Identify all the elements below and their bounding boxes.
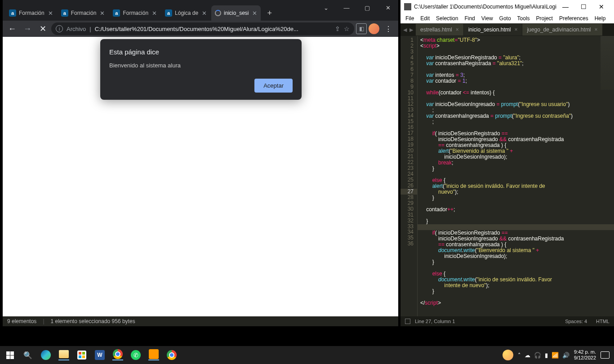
close-icon[interactable]: ✕	[592, 3, 610, 10]
headset-icon[interactable]: 🎧	[534, 352, 541, 359]
stop-button[interactable]: ✕	[36, 22, 49, 36]
sublime-tabbar: ◀ ▶ estrellas.html× inicio_sesion.html× …	[400, 23, 614, 36]
editor-tab[interactable]: estrellas.html×	[416, 24, 464, 36]
browser-tab[interactable]: aFormación✕	[5, 5, 57, 21]
explorer-status-bar: 9 elementos | 1 elemento seleccionado 95…	[3, 316, 398, 326]
tab-label: Lógica de	[175, 10, 198, 16]
maximize-icon[interactable]: ☐	[574, 3, 592, 10]
menu-view[interactable]: View	[478, 15, 496, 22]
minimize-icon[interactable]: —	[556, 3, 574, 10]
tab-label: Formación	[19, 10, 44, 16]
sidepanel-icon[interactable]: ◧	[356, 23, 367, 34]
minimap[interactable]	[601, 36, 614, 90]
kebab-menu-icon[interactable]: ⋮	[381, 25, 396, 33]
menu-goto[interactable]: Goto	[496, 15, 514, 22]
tab-close-icon[interactable]: ✕	[48, 10, 53, 17]
clock-time: 9:42 p. m.	[574, 349, 596, 355]
menu-project[interactable]: Project	[533, 15, 556, 22]
search-icon[interactable]: 🔍	[22, 350, 33, 360]
tray-expand-icon[interactable]: ˄	[518, 352, 521, 359]
taskbar-clock[interactable]: 9:42 p. m. 9/12/2022	[574, 349, 596, 361]
onedrive-icon[interactable]: ☁	[525, 352, 530, 359]
tab-label: Formación	[123, 10, 148, 16]
url-path: C:/Users/taller%201/Documents/Documentos…	[95, 26, 331, 32]
whatsapp-icon[interactable]: ✆	[130, 350, 141, 360]
browser-toolbar: ← → ✕ i Archivo | C:/Users/taller%201/Do…	[3, 21, 398, 37]
menu-edit[interactable]: Edit	[417, 15, 433, 22]
tab-close-icon[interactable]: ✕	[152, 10, 157, 17]
weather-icon[interactable]	[503, 350, 513, 360]
start-button[interactable]	[4, 350, 15, 360]
word-icon[interactable]: W	[94, 350, 105, 360]
tab-close-icon[interactable]: ✕	[202, 10, 207, 17]
ms-store-icon[interactable]	[76, 350, 87, 360]
nav-back-icon[interactable]: ◀	[403, 27, 407, 33]
tab-label: estrellas.html	[420, 27, 452, 33]
tab-close-icon[interactable]: ✕	[252, 10, 257, 17]
tab-close-icon[interactable]: ×	[595, 27, 598, 33]
url-separator: |	[89, 26, 91, 32]
dropdown-icon[interactable]: ⌄	[316, 4, 336, 11]
dialog-title: Esta página dice	[109, 48, 293, 56]
address-bar[interactable]: i Archivo | C:/Users/taller%201/Document…	[51, 22, 354, 35]
forward-button[interactable]: →	[21, 22, 34, 36]
code-editor[interactable]: 1234567891011121314151617181920212223242…	[400, 36, 614, 316]
bookmark-star-icon[interactable]: ☆	[344, 25, 350, 32]
menu-tools[interactable]: Tools	[514, 15, 533, 22]
sublime-menubar: File Edit Selection Find View Goto Tools…	[400, 13, 614, 23]
chrome-icon[interactable]	[112, 350, 123, 360]
tab-close-icon[interactable]: ✕	[100, 10, 105, 17]
cursor-position: Line 27, Column 1	[415, 319, 455, 324]
browser-tab[interactable]: aLógica de✕	[161, 5, 210, 21]
battery-icon[interactable]: ▮	[545, 352, 548, 359]
volume-icon[interactable]: 🔊	[562, 352, 570, 359]
js-alert-dialog: Esta página dice Bienvenido al sistema a…	[100, 39, 302, 100]
browser-tab[interactable]: aFormación✕	[58, 5, 109, 21]
menu-preferences[interactable]: Preferences	[556, 15, 592, 22]
code-content[interactable]: <meta charset="UTF-8"><script> var inici…	[418, 36, 614, 316]
favicon-icon: a	[165, 9, 172, 17]
dialog-ok-button[interactable]: Aceptar	[254, 79, 293, 93]
back-button[interactable]: ←	[5, 22, 19, 36]
close-icon[interactable]: ✕	[378, 4, 398, 11]
indent-setting[interactable]: Spaces: 4	[565, 319, 587, 324]
tab-label: inicio_sesi	[224, 10, 249, 16]
status-items: 9 elementos	[7, 318, 36, 324]
sublime-titlebar: C:\Users\taller 1\Documents\Documentos M…	[400, 0, 614, 13]
edge-icon[interactable]	[40, 350, 51, 360]
profile-avatar-icon[interactable]	[369, 23, 379, 34]
panel-toggle-icon[interactable]	[405, 319, 410, 324]
menu-find[interactable]: Find	[461, 15, 478, 22]
system-tray: ˄ ☁ 🎧 ▮ 📶 🔊	[518, 352, 570, 359]
notifications-icon[interactable]	[601, 351, 610, 359]
app-icon	[404, 3, 411, 10]
chrome-icon-2[interactable]	[166, 350, 177, 360]
menu-help[interactable]: Help	[592, 15, 609, 22]
sublime-icon[interactable]	[148, 350, 159, 360]
syntax-setting[interactable]: HTML	[596, 319, 610, 324]
menu-selection[interactable]: Selection	[433, 15, 461, 22]
browser-tab-active[interactable]: inicio_sesi✕	[211, 5, 261, 21]
site-info-icon[interactable]: i	[56, 25, 63, 32]
line-gutter: 1234567891011121314151617181920212223242…	[400, 36, 418, 316]
menu-file[interactable]: File	[402, 15, 417, 22]
new-tab-button[interactable]: +	[262, 5, 277, 21]
file-explorer-icon[interactable]	[58, 350, 69, 360]
maximize-icon[interactable]: ▢	[357, 4, 378, 11]
tab-close-icon[interactable]: ×	[456, 27, 459, 33]
windows-taskbar: 🔍 W ✆ ˄ ☁ 🎧 ▮ 📶 🔊 9:42 p. m. 9/12/2022	[0, 346, 614, 364]
editor-tab-active[interactable]: inicio_sesion.html×	[464, 24, 523, 36]
editor-tab[interactable]: juego_de_adivinacion.html×	[522, 24, 602, 36]
minimize-icon[interactable]: —	[336, 4, 357, 11]
nav-fwd-icon[interactable]: ▶	[409, 27, 413, 33]
dialog-message: Bienvenido al sistema alura	[109, 62, 293, 69]
sublime-statusbar: Line 27, Column 1 Spaces: 4HTML	[400, 316, 614, 326]
browser-tab[interactable]: aFormación✕	[109, 5, 160, 21]
wifi-icon[interactable]: 📶	[552, 352, 559, 359]
favicon-icon: a	[113, 9, 120, 17]
favicon-icon: a	[9, 9, 16, 17]
sublime-window: C:\Users\taller 1\Documents\Documentos M…	[400, 0, 614, 326]
tab-close-icon[interactable]: ×	[514, 27, 517, 33]
status-selection: 1 elemento seleccionado 956 bytes	[51, 318, 135, 324]
share-icon[interactable]: ⇪	[335, 25, 340, 32]
